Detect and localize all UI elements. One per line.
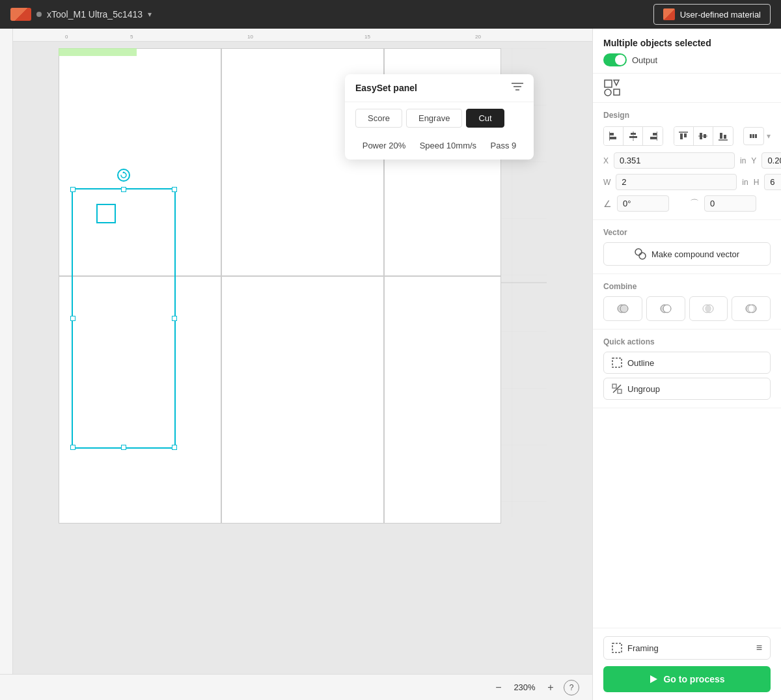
material-indicator (59, 48, 137, 56)
align-center-v-button[interactable] (694, 127, 713, 145)
x-label: X (603, 156, 609, 165)
framing-menu-button[interactable]: ≡ (756, 642, 762, 654)
zoom-out-button[interactable]: − (491, 680, 506, 695)
material-icon (663, 8, 675, 20)
align-top-button[interactable] (674, 127, 694, 145)
device-chevron-icon[interactable]: ▾ (148, 10, 152, 19)
handle-top-left[interactable] (70, 187, 75, 192)
ruler-tick: 10 (247, 34, 253, 40)
output-row: Output (603, 53, 771, 66)
rotate-icon (120, 171, 128, 179)
y-label: Y (751, 156, 756, 165)
svg-rect-11 (614, 89, 620, 95)
outline-icon (612, 357, 622, 368)
panel-title: Multiple objects selected (603, 38, 711, 48)
handle-mid-left[interactable] (70, 316, 75, 321)
intersect-button[interactable] (689, 296, 728, 321)
material-button[interactable]: User-defined material (653, 4, 771, 25)
svg-point-10 (605, 89, 611, 96)
ruler-left (0, 29, 13, 700)
compound-vector-icon (635, 248, 646, 260)
curve-icon: ⌒ (690, 198, 699, 210)
align-group-horizontal (603, 126, 663, 146)
align-left-button[interactable] (604, 127, 623, 145)
x-unit: in (740, 156, 746, 165)
handle-bot-right[interactable] (172, 445, 177, 450)
handle-bot-left[interactable] (70, 445, 75, 450)
svg-rect-27 (720, 133, 722, 139)
tab-cut[interactable]: Cut (466, 109, 504, 128)
distribute-h-button[interactable] (743, 127, 764, 145)
shapes-icon (603, 79, 622, 97)
svg-rect-47 (612, 643, 622, 652)
curve-input[interactable] (704, 195, 756, 212)
zoom-in-button[interactable]: + (543, 680, 558, 695)
tab-score[interactable]: Score (355, 109, 402, 128)
output-toggle[interactable] (603, 53, 627, 66)
easyset-filter-button[interactable] (512, 82, 523, 94)
canvas-area[interactable]: 0 5 10 15 20 (0, 29, 592, 700)
framing-left: Framing (612, 643, 659, 653)
handle-top-right[interactable] (172, 187, 177, 192)
combine-section-title: Combine (603, 282, 771, 291)
device-name: xTool_M1 Ultra_5c1413 (47, 9, 143, 20)
selected-object-container[interactable] (72, 188, 176, 449)
tab-engrave[interactable]: Engrave (406, 109, 462, 128)
panel-spacer (593, 408, 781, 628)
rotation-handle[interactable] (117, 169, 130, 182)
handle-top-mid[interactable] (121, 187, 126, 192)
svg-line-45 (613, 385, 621, 393)
ungroup-button[interactable]: Ungroup (603, 378, 771, 400)
angle-row: ∠ ⌒ (603, 195, 771, 212)
svg-rect-32 (755, 134, 757, 138)
svg-rect-13 (610, 137, 616, 139)
play-icon (649, 675, 658, 684)
svg-rect-30 (750, 134, 752, 138)
align-bottom-button[interactable] (713, 127, 733, 145)
panel-bottom: Framing ≡ Go to process (593, 628, 781, 700)
handle-bot-mid[interactable] (121, 445, 126, 450)
make-compound-vector-button[interactable]: Make compound vector (603, 242, 771, 266)
union-button[interactable] (603, 296, 642, 321)
design-section: Design (593, 103, 781, 220)
speed-param: Speed 10mm/s (420, 141, 476, 150)
combine-buttons-row (603, 296, 771, 321)
outline-button[interactable]: Outline (603, 352, 771, 374)
easyset-header: EasySet panel (345, 74, 534, 102)
y-input[interactable] (761, 152, 781, 169)
handle-mid-right[interactable] (172, 316, 177, 321)
svg-rect-22 (684, 133, 687, 137)
w-input[interactable] (616, 174, 737, 190)
angle-input[interactable] (617, 195, 669, 212)
framing-icon (612, 643, 622, 653)
align-center-h-button[interactable] (623, 127, 643, 145)
easyset-params: Power 20% Speed 10mm/s Pass 9 (345, 134, 534, 160)
power-param: Power 20% (363, 141, 405, 150)
svg-rect-21 (680, 133, 683, 139)
framing-row: Framing ≡ (603, 636, 771, 660)
h-input[interactable] (764, 174, 781, 190)
quick-actions-section: Quick actions Outline Ungroup (593, 329, 781, 408)
wh-row: W in H in 🔗 (603, 174, 771, 190)
filter-icon (512, 82, 523, 91)
subtract-button[interactable] (646, 296, 685, 321)
combine-section: Combine (593, 274, 781, 329)
vector-section-title: Vector (603, 228, 771, 237)
object-type-icons (593, 74, 781, 103)
header-left: xTool_M1 Ultra_5c1413 ▾ (10, 8, 152, 21)
exclude-button[interactable] (732, 296, 771, 321)
h-label: H (754, 178, 760, 187)
material-button-label: User-defined material (680, 10, 761, 20)
easyset-panel: EasySet panel Score Engrave Cut Power 20… (345, 74, 534, 160)
selected-rect[interactable] (72, 188, 176, 449)
xtool-logo (10, 8, 31, 21)
go-to-process-button[interactable]: Go to process (603, 666, 771, 692)
svg-point-34 (639, 253, 646, 259)
help-button[interactable]: ? (564, 680, 579, 695)
x-input[interactable] (614, 152, 735, 169)
svg-point-38 (663, 305, 671, 313)
angle-icon: ∠ (603, 199, 612, 209)
svg-rect-31 (752, 134, 754, 138)
align-right-button[interactable] (643, 127, 663, 145)
canvas-sheet-bottom-far (384, 276, 501, 524)
